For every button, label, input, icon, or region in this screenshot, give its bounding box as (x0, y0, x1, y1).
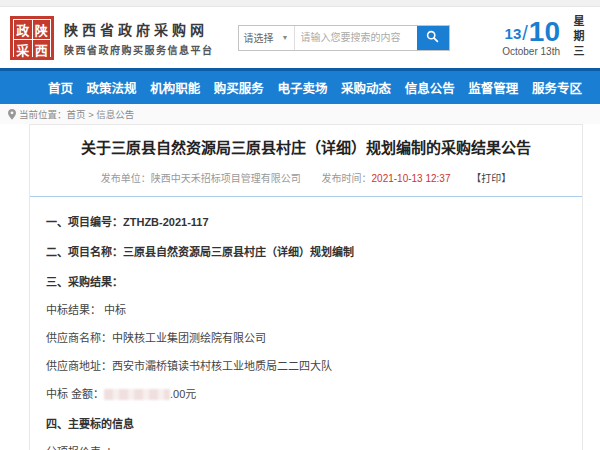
site-header: 政 陕 采 西 陕西省政府采购网 陕西省政府购买服务信息平台 请选择 ▼ 1 (0, 7, 600, 68)
weekday-label: 星期三 (570, 15, 586, 60)
date-block: 13 / 10 October 13th 星期三 (502, 15, 590, 60)
site-title: 陕西省政府采购网 (64, 19, 214, 39)
top-strip (0, 0, 600, 7)
main-nav: 首页 政策法规 机构职能 购买服务 电子卖场 采购动态 信息公告 监督管理 服务… (0, 68, 600, 104)
publish-time: 发布时间：2021-10-13 12:37 (322, 173, 451, 184)
breadcrumb-label: 当前位置： (19, 107, 67, 121)
nav-item-functions[interactable]: 机构职能 (150, 78, 200, 97)
nav-item-service-zone[interactable]: 服务专区 (532, 78, 582, 97)
search-input[interactable] (295, 26, 417, 50)
bid-result: 中标结果： 中标 (46, 301, 562, 317)
print-button[interactable]: 【打印】 (471, 173, 511, 184)
section-project-name: 二、项目名称：三原县自然资源局三原县村庄（详细）规划编制 (46, 243, 562, 259)
search-icon (426, 30, 439, 46)
date-numeric: 13 / 10 October 13th (502, 19, 560, 57)
nav-item-announcements[interactable]: 信息公告 (405, 78, 455, 97)
publisher: 发布单位：陕西中天禾招标项目管理有限公司 (101, 173, 301, 184)
site-names: 陕西省政府采购网 陕西省政府购买服务信息平台 (64, 19, 214, 57)
attachment-link[interactable]: 分项报价表.docx (46, 443, 562, 450)
date-month: 10 (529, 19, 560, 45)
search-select-label: 请选择 (244, 30, 274, 45)
supplier-name: 供应商名称：中陕核工业集团测绘院有限公司 (46, 329, 562, 345)
chevron-down-icon: ▼ (282, 34, 289, 41)
date-day: 13 (505, 25, 522, 42)
redacted-amount (104, 389, 170, 400)
nav-item-home[interactable]: 首页 (48, 78, 73, 97)
nav-item-e-market[interactable]: 电子卖场 (277, 78, 327, 97)
breadcrumb-path[interactable]: 首页 > 信息公告 (67, 107, 135, 121)
section-subject-info: 四、主要标的信息 (46, 415, 562, 431)
bid-amount-label: 中标 金额： (46, 388, 104, 400)
logo-char: 西 (33, 40, 51, 59)
supplier-address: 供应商地址：西安市灞桥镇读书村核工业地质局二二四大队 (46, 357, 562, 373)
section-result-heading: 三、采购结果： (46, 273, 562, 289)
logo-char: 陕 (33, 20, 51, 39)
bid-amount-suffix: .00元 (170, 388, 196, 400)
logo-char: 政 (14, 20, 32, 39)
article-body: 一、项目编号：ZTHZB-2021-117 二、项目名称：三原县自然资源局三原县… (30, 197, 582, 450)
site-logo[interactable]: 政 陕 采 西 (10, 16, 54, 60)
publish-time-label: 发布时间： (322, 173, 372, 184)
nav-item-policies[interactable]: 政策法规 (87, 78, 137, 97)
section-project-number: 一、项目编号：ZTHZB-2021-117 (46, 213, 562, 229)
search-category-select[interactable]: 请选择 ▼ (239, 26, 295, 50)
location-pin-icon (8, 109, 16, 120)
nav-item-procurement-news[interactable]: 采购动态 (341, 78, 391, 97)
publish-info: 发布单位：陕西中天禾招标项目管理有限公司 发布时间：2021-10-13 12:… (30, 170, 582, 185)
bid-amount-line: 中标 金额：.00元 (46, 385, 562, 401)
article-container: 关于三原县自然资源局三原县村庄（详细）规划编制的采购结果公告 发布单位：陕西中天… (29, 124, 583, 450)
publish-time-value: 2021-10-13 12:37 (372, 173, 451, 184)
site-subtitle: 陕西省政府购买服务信息平台 (64, 42, 214, 57)
nav-item-supervision[interactable]: 监督管理 (468, 78, 518, 97)
date-separator: / (522, 22, 528, 45)
site-logo-grid: 政 陕 采 西 (13, 19, 51, 57)
search-button[interactable] (417, 26, 449, 50)
date-english: October 13th (502, 46, 560, 57)
search-bar: 请选择 ▼ (238, 25, 450, 51)
logo-char: 采 (14, 40, 32, 59)
page-title: 关于三原县自然资源局三原县村庄（详细）规划编制的采购结果公告 (30, 138, 582, 158)
breadcrumb: 当前位置： 首页 > 信息公告 (0, 104, 600, 124)
nav-item-purchase-service[interactable]: 购买服务 (214, 78, 264, 97)
